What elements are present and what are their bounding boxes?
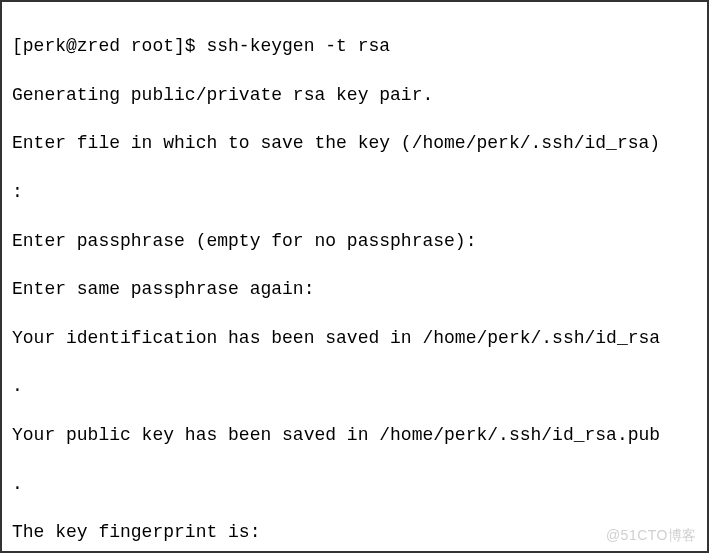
output-line: : — [12, 180, 697, 204]
output-line: Enter same passphrase again: — [12, 277, 697, 301]
output-line: The key fingerprint is: — [12, 520, 697, 544]
command-text: ssh-keygen -t rsa — [206, 36, 390, 56]
watermark-label: @51CTO博客 — [606, 526, 697, 545]
output-line: Generating public/private rsa key pair. — [12, 83, 697, 107]
output-line: . — [12, 472, 697, 496]
output-line: . — [12, 374, 697, 398]
shell-prompt: [perk@zred root]$ — [12, 36, 206, 56]
output-line: Enter file in which to save the key (/ho… — [12, 131, 697, 155]
output-line: Your public key has been saved in /home/… — [12, 423, 697, 447]
command-line[interactable]: [perk@zred root]$ ssh-keygen -t rsa — [12, 34, 697, 58]
output-line: Enter passphrase (empty for no passphras… — [12, 229, 697, 253]
terminal-output: [perk@zred root]$ ssh-keygen -t rsa Gene… — [12, 10, 697, 553]
output-line: Your identification has been saved in /h… — [12, 326, 697, 350]
